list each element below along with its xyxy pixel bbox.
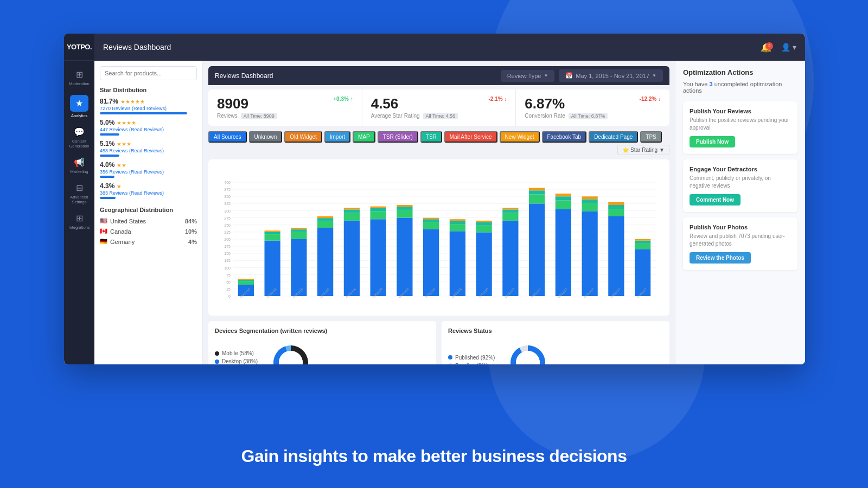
tagline: Gain insights to make better business de…: [0, 446, 868, 466]
opt-action-btn[interactable]: Publish Now: [690, 136, 735, 147]
svg-rect-55: [344, 213, 360, 221]
svg-rect-54: [344, 220, 360, 296]
sidebar: YOTPO. ⊞ Moderation ★ Analytics 💬 Conten…: [64, 34, 94, 364]
svg-rect-56: [344, 209, 360, 213]
dashboard-label: Reviews Dashboard: [215, 72, 273, 80]
optimization-action-card: Publish Your Reviews Publish the positiv…: [683, 101, 797, 154]
svg-rect-59: [371, 219, 386, 296]
sidebar-item-integrations[interactable]: ⊞ Integrations: [64, 209, 94, 234]
svg-rect-77: [450, 219, 465, 221]
svg-rect-79: [476, 232, 492, 296]
chevron-down-icon: ▼: [544, 73, 548, 78]
geo-row: 🇺🇸 United States 84%: [100, 217, 197, 224]
star-row: 5.1% ★★★ 453 Reviews (Read Reviews): [100, 140, 197, 157]
legend-item: Published (92%): [448, 355, 495, 361]
svg-rect-85: [502, 213, 518, 221]
opt-action-btn[interactable]: Review the Photos: [690, 252, 751, 264]
header-controls: 🔔 2 👤 ▾: [761, 42, 796, 53]
filter-tag[interactable]: Dedicated Page: [589, 131, 638, 143]
opt-card-title: Publish Your Photos: [690, 224, 791, 230]
svg-rect-94: [556, 209, 571, 296]
filter-tag[interactable]: TPS: [640, 131, 661, 143]
filter-tag[interactable]: TSR: [420, 131, 442, 143]
marketing-icon: 📢: [74, 157, 85, 168]
dashboard-main: Reviews Dashboard Review Type ▼ 📅 May 1,…: [203, 61, 675, 364]
user-menu[interactable]: 👤 ▾: [781, 43, 796, 52]
star-row: 5.0% ★★★★ 447 Reviews (Read Reviews): [100, 119, 197, 136]
star-distribution: 81.7% ★★★★★ 7270 Reviews (Read Reviews) …: [100, 98, 197, 199]
sidebar-item-content[interactable]: 💬 Content Generation: [64, 123, 94, 153]
svg-rect-66: [397, 207, 412, 210]
filter-tag[interactable]: Unknown: [249, 131, 283, 143]
svg-rect-107: [608, 202, 624, 204]
sidebar-item-moderation[interactable]: ⊞ Moderation: [64, 65, 94, 91]
optimization-action-card: Engage Your Detractors Comment, publicly…: [683, 159, 797, 212]
filter-tag[interactable]: New Widget: [500, 131, 540, 143]
filter-tag[interactable]: Facebook Tab: [542, 131, 587, 143]
svg-text:0: 0: [228, 294, 231, 298]
geo-distribution-title: Geographical Distribution: [100, 207, 197, 213]
search-input[interactable]: [100, 66, 197, 80]
svg-rect-72: [423, 217, 439, 219]
svg-rect-57: [344, 208, 360, 209]
filter-tag[interactable]: All Sources: [208, 131, 247, 143]
svg-rect-37: [238, 279, 254, 280]
svg-rect-44: [291, 239, 307, 296]
svg-text:125: 125: [224, 259, 231, 262]
star-row: 4.0% ★★ 356 Reviews (Read Reviews): [100, 161, 197, 178]
svg-rect-84: [502, 220, 518, 296]
svg-rect-109: [635, 249, 650, 296]
opt-card-desc: Publish the positive reviews pending you…: [690, 117, 791, 132]
filter-tag[interactable]: TSR (Slider): [378, 131, 418, 143]
reviews-status-legend: Published (92%)Pending (8%): [448, 355, 495, 364]
date-range-btn[interactable]: 📅 May 1, 2015 - Nov 21, 2017 ▼: [559, 69, 663, 82]
svg-text:350: 350: [224, 195, 231, 198]
optimization-subtitle: You have 3 uncompleted optimization acti…: [683, 81, 797, 94]
read-reviews-link[interactable]: 356 Reviews (Read Reviews): [100, 169, 164, 175]
svg-rect-111: [635, 240, 650, 243]
filter-tag[interactable]: MAP: [353, 131, 375, 143]
svg-rect-71: [423, 219, 439, 222]
reviews-status-title: Reviews Status: [448, 328, 663, 334]
stat-card: 4.56 -2.1% ↓ Average Star Rating All Tim…: [362, 89, 516, 126]
svg-rect-104: [608, 216, 624, 296]
legend-item: Desktop (38%): [215, 358, 258, 364]
sidebar-item-analytics[interactable]: ★ Analytics: [64, 91, 94, 123]
optimization-action-card: Publish Your Photos Review and publish 7…: [683, 217, 797, 270]
notification-icon[interactable]: 🔔 2: [761, 42, 771, 53]
optimization-actions: Publish Your Reviews Publish the positiv…: [683, 101, 797, 270]
svg-rect-39: [265, 240, 280, 296]
svg-rect-89: [529, 203, 545, 296]
star-distribution-title: Star Distribution: [100, 87, 197, 93]
review-type-btn[interactable]: Review Type ▼: [501, 70, 555, 82]
read-reviews-link[interactable]: 383 Reviews (Read Reviews): [100, 190, 164, 196]
svg-text:300: 300: [224, 209, 231, 213]
svg-text:225: 225: [224, 230, 231, 234]
svg-rect-52: [317, 216, 333, 218]
header: Reviews Dashboard 🔔 2 👤 ▾: [94, 34, 805, 61]
main-content: Reviews Dashboard 🔔 2 👤 ▾ Star Distribut…: [94, 34, 805, 364]
filter-tag[interactable]: Mail After Service: [444, 131, 497, 143]
read-reviews-link[interactable]: 447 Reviews (Read Reviews): [100, 127, 164, 132]
read-reviews-link[interactable]: 7270 Reviews (Read Reviews): [100, 106, 167, 111]
star-rating-btn[interactable]: ⭐ Star Rating ▼: [617, 145, 669, 155]
sidebar-item-marketing[interactable]: 📢 Marketing: [64, 153, 94, 178]
svg-rect-35: [238, 281, 254, 284]
svg-rect-105: [608, 209, 624, 216]
svg-rect-87: [502, 208, 518, 209]
svg-text:275: 275: [224, 216, 231, 220]
read-reviews-link[interactable]: 453 Reviews (Read Reviews): [100, 148, 164, 153]
opt-action-btn[interactable]: Comment Now: [690, 194, 741, 206]
chart-container: 0255075100125150175200225250275300325350…: [208, 159, 669, 316]
svg-rect-110: [635, 243, 650, 249]
calendar-icon: 📅: [565, 72, 573, 79]
opt-card-title: Engage Your Detractors: [690, 166, 791, 172]
svg-rect-42: [265, 230, 280, 232]
filter-tag[interactable]: Old Widget: [284, 131, 322, 143]
filter-tag[interactable]: Import: [324, 131, 350, 143]
svg-rect-102: [582, 196, 598, 199]
stat-card: 8909 +0.3% ↑ Reviews All Time: 8909: [208, 89, 362, 126]
svg-text:100: 100: [224, 266, 231, 269]
sidebar-item-settings[interactable]: ⊟ Advanced Settings: [64, 178, 94, 209]
star-row: 81.7% ★★★★★ 7270 Reviews (Read Reviews): [100, 98, 197, 114]
